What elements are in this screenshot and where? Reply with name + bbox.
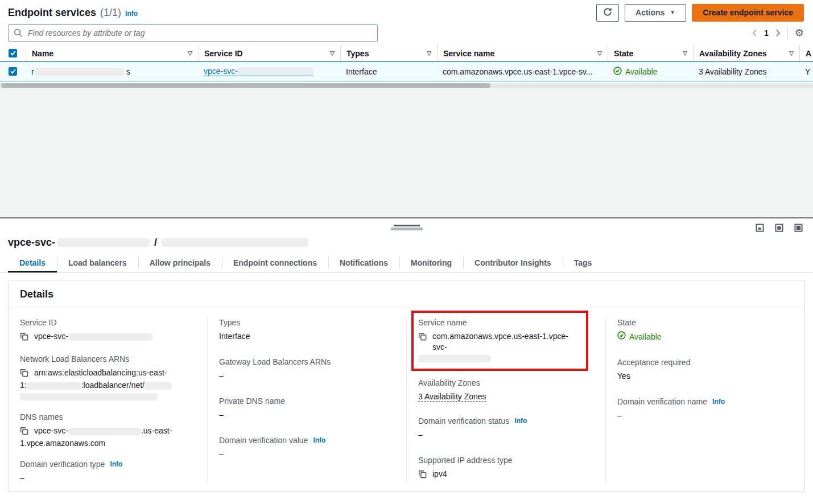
copy-icon[interactable] <box>20 369 28 380</box>
page-number[interactable]: 1 <box>764 28 769 38</box>
types-value: Interface <box>219 331 395 342</box>
column-header-state[interactable]: State ▽ <box>608 45 693 61</box>
details-column-3: Service name com.amazonaws.vpce.us-east-… <box>406 317 605 484</box>
state-value: Available <box>629 332 662 342</box>
glb-arns-group: Gateway Load Balancers ARNs – <box>219 357 395 381</box>
filter-icon[interactable]: ▽ <box>597 50 602 56</box>
filter-icon[interactable]: ▽ <box>427 50 431 56</box>
column-header-types[interactable]: Types ▽ <box>340 45 437 61</box>
filter-icon[interactable]: ▽ <box>789 50 794 56</box>
horizontal-scrollbar-thumb[interactable] <box>1 83 490 88</box>
domain-verification-type-value: – <box>20 473 196 484</box>
create-endpoint-service-button[interactable]: Create endpoint service <box>692 4 804 22</box>
domain-verification-status-info-link[interactable]: Info <box>514 416 527 427</box>
tab-details[interactable]: Details <box>8 253 57 272</box>
tab-notifications[interactable]: Notifications <box>328 253 399 272</box>
filter-icon[interactable]: ▽ <box>188 50 192 56</box>
panel-size-full-icon[interactable] <box>794 224 803 234</box>
row-name-cell: rs <box>26 67 198 76</box>
panel-size-medium-icon[interactable] <box>775 224 783 234</box>
page-title: Endpoint services (1/1) Info <box>8 7 138 19</box>
filter-icon[interactable]: ▽ <box>683 50 687 56</box>
redacted-name <box>35 68 125 76</box>
select-all-checkbox[interactable] <box>9 49 17 57</box>
copy-icon[interactable] <box>20 427 28 438</box>
filter-icon[interactable]: ▽ <box>330 50 335 56</box>
tab-tags[interactable]: Tags <box>563 253 604 272</box>
search-box <box>8 24 378 42</box>
domain-verification-value-value: – <box>219 449 395 460</box>
domain-verification-value-group: Domain verification value Info – <box>219 435 395 460</box>
domain-verification-status-value: – <box>418 429 594 440</box>
copy-icon[interactable] <box>418 332 427 344</box>
redacted-lb-id <box>20 393 158 400</box>
private-dns-group: Private DNS name – <box>219 396 395 420</box>
domain-verification-name-info-link[interactable]: Info <box>712 396 725 407</box>
supported-ip-group: Supported IP address type ipv4 <box>418 455 594 481</box>
details-card: Details Service ID vpce-svc- N <box>8 280 805 492</box>
domain-verification-status-group: Domain verification status Info – <box>418 416 594 440</box>
next-page-icon[interactable] <box>775 29 781 37</box>
refresh-button[interactable] <box>596 4 619 22</box>
domain-verification-type-group: Domain verification type Info – <box>20 459 196 484</box>
private-dns-value: – <box>219 410 395 420</box>
service-id-link[interactable]: vpce-svc- <box>204 67 313 76</box>
domain-verification-value-label: Domain verification value <box>219 435 308 446</box>
select-all-cell <box>0 45 26 61</box>
dns-names-group: DNS names vpce-svc-.us-east- 1.vpce.amaz… <box>20 412 196 449</box>
types-label: Types <box>219 317 395 328</box>
acceptance-required-label: Acceptance required <box>617 357 793 368</box>
column-header-name[interactable]: Name ▽ <box>26 45 198 61</box>
row-checkbox[interactable] <box>9 67 17 76</box>
header-info-link[interactable]: Info <box>125 10 138 18</box>
previous-page-icon[interactable] <box>752 29 757 37</box>
availability-zones-popover-link[interactable]: 3 Availability Zones <box>699 67 767 76</box>
column-header-service-name[interactable]: Service name ▽ <box>437 45 608 61</box>
glb-arns-value: – <box>219 370 395 381</box>
copy-icon[interactable] <box>20 332 28 344</box>
panel-resize-handle[interactable] <box>391 225 423 230</box>
table-row[interactable]: rs vpce-svc- Interface com.amazonaws.vpc… <box>0 61 813 81</box>
search-input[interactable] <box>8 24 378 42</box>
service-id-group: Service ID vpce-svc- <box>20 317 196 344</box>
domain-verification-value-info-link[interactable]: Info <box>313 435 325 446</box>
supported-ip-value: ipv4 <box>432 469 447 480</box>
domain-verification-name-label: Domain verification name <box>617 396 707 407</box>
preferences-gear-icon[interactable]: ⚙ <box>795 28 804 38</box>
result-count: (1/1) <box>100 7 121 19</box>
redacted-dns <box>68 428 141 435</box>
availability-zones-detail-link[interactable]: 3 Availability Zones <box>418 392 486 402</box>
redacted-service-id-title <box>57 238 150 247</box>
tab-allow-principals[interactable]: Allow principals <box>138 253 222 272</box>
copy-icon[interactable] <box>418 470 427 481</box>
column-header-acceptance-partial: A <box>799 45 813 61</box>
service-id-label: Service ID <box>20 317 196 328</box>
tab-monitoring[interactable]: Monitoring <box>399 253 463 272</box>
domain-verification-type-label: Domain verification type <box>20 459 105 470</box>
tab-contributor-insights[interactable]: Contributor Insights <box>463 253 563 272</box>
domain-verification-name-group: Domain verification name Info – <box>617 396 793 421</box>
endpoint-services-page: Endpoint services (1/1) Info Actions ▼ C… <box>0 0 813 492</box>
glb-arns-label: Gateway Load Balancers ARNs <box>219 357 395 367</box>
redacted-service-id-value <box>68 333 152 341</box>
domain-verification-type-info-link[interactable]: Info <box>110 459 122 470</box>
panel-title: vpce-svc- / <box>0 218 813 253</box>
chevron-down-icon: ▼ <box>670 10 675 15</box>
tab-load-balancers[interactable]: Load balancers <box>57 253 138 272</box>
table-toolbar: 1 ⚙ <box>0 22 813 45</box>
panel-size-controls <box>756 224 803 234</box>
column-header-service-id[interactable]: Service ID ▽ <box>198 45 340 61</box>
detail-panel: vpce-svc- / Details Load balancers Allow… <box>0 218 813 492</box>
availability-zones-group: Availability Zones 3 Availability Zones <box>418 378 594 402</box>
tab-endpoint-connections[interactable]: Endpoint connections <box>222 253 328 272</box>
content-spacer <box>0 88 813 218</box>
row-service-id-cell: vpce-svc- <box>198 67 340 76</box>
actions-button[interactable]: Actions ▼ <box>625 4 686 22</box>
nlb-arn-line2: 1::loadbalancer/net/ <box>20 380 196 391</box>
column-header-availability-zones[interactable]: Availability Zones ▽ <box>693 45 799 61</box>
actions-button-label: Actions <box>635 8 665 17</box>
pagination-divider <box>787 27 788 39</box>
panel-size-small-icon[interactable] <box>756 224 764 234</box>
row-select-cell <box>0 67 26 76</box>
domain-verification-name-value: – <box>617 410 793 421</box>
